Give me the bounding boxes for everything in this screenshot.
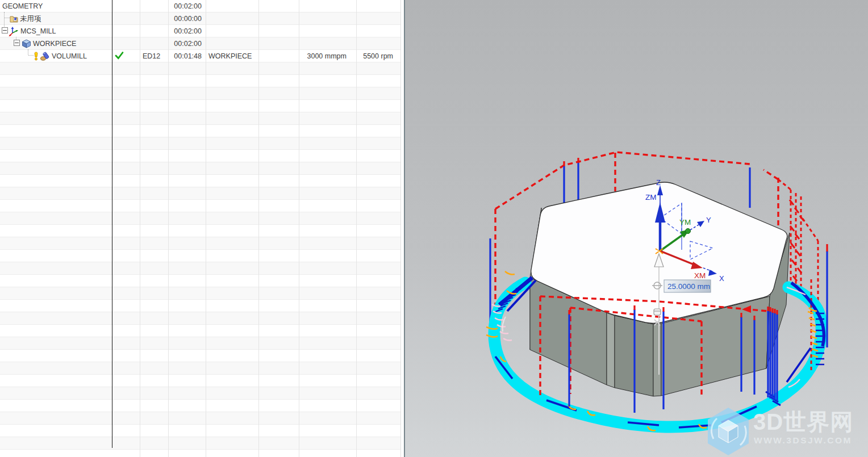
workpiece-cube-icon bbox=[22, 39, 31, 48]
column-separator[interactable] bbox=[206, 0, 206, 457]
time-value: 00:02:00 bbox=[168, 37, 202, 50]
unused-items-folder-icon bbox=[10, 15, 18, 23]
time-value: 00:00:00 bbox=[168, 12, 202, 25]
time-value: 00:01:48 bbox=[168, 50, 202, 62]
node-label-unused-items[interactable]: 未用项 bbox=[20, 14, 41, 24]
dimension-value[interactable]: 25.0000 mm bbox=[667, 282, 710, 291]
column-separator bbox=[400, 0, 401, 457]
column-separator[interactable] bbox=[258, 0, 259, 457]
operation-navigator-panel: GEOMETRY 00:02:00 未用项 00:00:00 bbox=[0, 0, 404, 457]
feed-value: 3000 mmpm bbox=[299, 50, 347, 62]
speed-value: 5500 rpm bbox=[356, 50, 393, 62]
z-axis-label: Z bbox=[656, 178, 661, 187]
table-row[interactable]: WORKPIECE 00:02:00 bbox=[0, 37, 400, 50]
table-row[interactable]: VOLUMILL ED12 00:01:48 WORKPIECE 3000 mm… bbox=[0, 50, 400, 62]
watermark-url: WWW.3DSJW.COM bbox=[754, 435, 852, 445]
column-separator[interactable] bbox=[299, 0, 299, 457]
mcs-axes-icon bbox=[9, 27, 19, 36]
tool-cutter-icon bbox=[40, 52, 50, 61]
column-separator[interactable] bbox=[140, 0, 140, 457]
node-label-volumill[interactable]: VOLUMILL bbox=[52, 52, 87, 60]
table-row[interactable]: GEOMETRY 00:02:00 bbox=[0, 0, 400, 12]
watermark-title: 3D世界网 bbox=[753, 409, 853, 434]
graphics-viewport[interactable]: Z ZM YM Y XM X 25.0000 mm bbox=[405, 0, 868, 457]
zm-axis-label: ZM bbox=[645, 193, 657, 202]
cam-application-window: GEOMETRY 00:02:00 未用项 00:00:00 bbox=[0, 0, 868, 457]
geometry-value: WORKPIECE bbox=[208, 50, 252, 62]
y-axis-label: Y bbox=[706, 216, 711, 224]
ym-axis-label: YM bbox=[679, 218, 691, 227]
column-separator[interactable] bbox=[168, 0, 169, 457]
y-axis-ball-handle[interactable] bbox=[686, 229, 691, 234]
column-separator-name[interactable] bbox=[112, 0, 112, 448]
x-axis-label: X bbox=[719, 274, 724, 283]
tool-value: ED12 bbox=[143, 50, 160, 62]
dimension-input[interactable]: 25.0000 mm bbox=[664, 280, 711, 292]
table-row[interactable]: 未用项 00:00:00 bbox=[0, 12, 400, 25]
xm-axis-label: XM bbox=[694, 271, 706, 280]
column-separator[interactable] bbox=[356, 0, 357, 457]
table-row[interactable]: MCS_MILL 00:02:00 bbox=[0, 25, 400, 37]
model-scene: Z ZM YM Y XM X 25.0000 mm bbox=[405, 0, 868, 457]
node-label-mcs-mill[interactable]: MCS_MILL bbox=[20, 27, 56, 35]
status-check-icon bbox=[115, 51, 124, 61]
alert-exclamation-icon bbox=[34, 52, 39, 61]
watermark: 3D世界网 WWW.3DSJW.COM bbox=[708, 408, 853, 455]
node-label-workpiece[interactable]: WORKPIECE bbox=[33, 40, 76, 48]
time-value: 00:02:00 bbox=[168, 0, 202, 12]
time-value: 00:02:00 bbox=[168, 25, 202, 37]
navigator-grid bbox=[0, 0, 400, 457]
node-label-geometry[interactable]: GEOMETRY bbox=[2, 2, 43, 10]
